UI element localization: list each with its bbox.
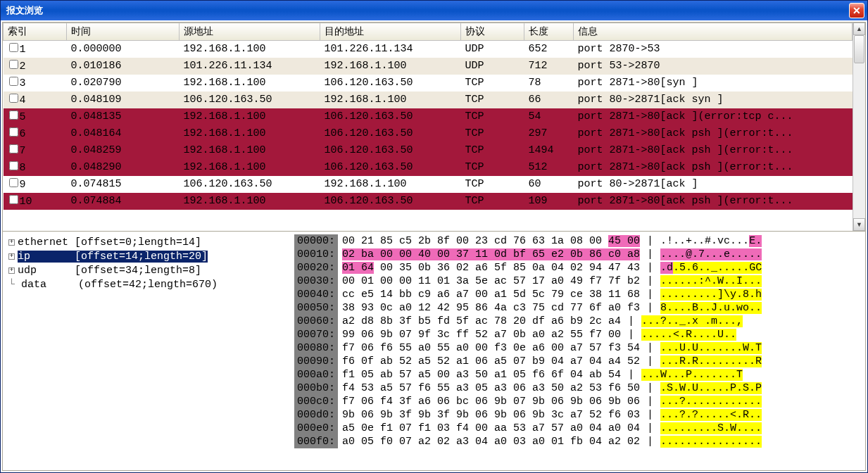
hex-offset: 00070:	[294, 328, 338, 341]
tree-node-data[interactable]: └ data (offset=42;length=670)	[8, 278, 289, 292]
scroll-up-button[interactable]: ▲	[853, 23, 865, 35]
row-checkbox[interactable]	[9, 43, 18, 52]
hex-offset: 00000:	[294, 234, 338, 248]
hex-bytes: f7 06 f4 3f a6 06 bc 06 9b 07 9b 06 9b 0…	[338, 395, 640, 408]
table-row[interactable]: 90.074815106.120.163.50192.168.1.100TCP6…	[4, 176, 853, 193]
scroll-track[interactable]	[853, 35, 865, 218]
cell-time: 0.048164	[67, 125, 180, 142]
hex-offset: 00040:	[294, 288, 338, 301]
scroll-down-button[interactable]: ▼	[853, 218, 865, 231]
table-row[interactable]: 100.074884192.168.1.100106.120.163.50TCP…	[4, 193, 853, 210]
cell-src: 101.226.11.134	[180, 58, 320, 75]
row-checkbox[interactable]	[9, 127, 18, 137]
cell-len: 712	[524, 58, 574, 75]
titlebar[interactable]: 报文浏览 ✕	[1, 1, 867, 20]
col-proto[interactable]: 协议	[461, 23, 524, 41]
row-checkbox-cell: 7	[4, 142, 67, 159]
hex-ascii: .S.W.U.....P.S.P	[660, 381, 762, 395]
content-area: 索引 时间 源地址 目的地址 协议 长度 信息 10.000000192.168…	[1, 20, 867, 472]
row-checkbox[interactable]	[9, 111, 18, 120]
hex-ascii: ...?............	[660, 395, 762, 408]
tree-expand-icon[interactable]: +	[8, 239, 15, 246]
hex-row[interactable]: 00000:00 21 85 c5 2b 8f 00 23 cd 76 63 1…	[294, 234, 865, 248]
col-time[interactable]: 时间	[67, 23, 180, 41]
hex-row[interactable]: 00020:01 64 00 35 0b 36 02 a6 5f 85 0a 0…	[294, 261, 865, 275]
col-src[interactable]: 源地址	[180, 23, 320, 41]
cell-dst: 192.168.1.100	[320, 92, 461, 108]
row-checkbox[interactable]	[9, 195, 18, 204]
hex-row[interactable]: 00070:99 06 9b 07 9f 3c ff 52 a7 0b a0 a…	[294, 328, 865, 341]
cell-src: 192.168.1.100	[180, 108, 320, 125]
hex-row[interactable]: 000a0:f1 05 ab 57 a5 00 a3 50 a1 05 f6 6…	[294, 368, 865, 381]
row-checkbox[interactable]	[9, 60, 18, 69]
cell-proto: TCP	[461, 159, 524, 176]
hex-row[interactable]: 00040:cc e5 14 bb c9 a6 a7 00 a1 5d 5c 7…	[294, 288, 865, 301]
cell-len: 512	[524, 159, 574, 176]
hex-row[interactable]: 000c0:f7 06 f4 3f a6 06 bc 06 9b 07 9b 0…	[294, 395, 865, 408]
hex-bytes: f7 06 f6 55 a0 55 a0 00 f3 0e a6 00 a7 5…	[338, 341, 640, 355]
tree-node-ethernet[interactable]: +ethernet [offset=0;length=14]	[8, 236, 289, 250]
header-row: 索引 时间 源地址 目的地址 协议 长度 信息	[4, 23, 853, 41]
tree-node-ip[interactable]: +ip [offset=14;length=20]	[8, 250, 289, 264]
cell-time: 0.074884	[67, 193, 180, 210]
table-row[interactable]: 80.048290192.168.1.100106.120.163.50TCP5…	[4, 159, 853, 176]
hex-bytes: 01 64 00 35 0b 36 02 a6 5f 85 0a 04 02 9…	[338, 261, 640, 275]
hex-row[interactable]: 000e0:a5 0e f1 07 f1 03 f4 00 aa 53 a7 5…	[294, 422, 865, 435]
cell-proto: UDP	[461, 41, 524, 58]
hex-row[interactable]: 00060:a2 d8 8b 3f b5 fd 5f ac 78 20 df a…	[294, 315, 865, 328]
cell-proto: TCP	[461, 193, 524, 210]
hex-bytes: 00 21 85 c5 2b 8f 00 23 cd 76 63 1a 08 0…	[338, 234, 640, 248]
hex-bytes: f4 53 a5 57 f6 55 a3 05 a3 06 a3 50 a2 5…	[338, 381, 640, 395]
tree-expand-icon[interactable]: +	[8, 267, 15, 274]
table-row[interactable]: 10.000000192.168.1.100101.226.11.134UDP6…	[4, 41, 853, 58]
cell-src: 192.168.1.100	[180, 75, 320, 92]
table-row[interactable]: 20.010186101.226.11.134192.168.1.100UDP7…	[4, 58, 853, 75]
close-button[interactable]: ✕	[849, 3, 864, 18]
cell-time: 0.020790	[67, 75, 180, 92]
hex-separator: |	[640, 381, 660, 395]
hex-row[interactable]: 00050:38 93 0c a0 12 42 95 86 4a c3 75 c…	[294, 301, 865, 315]
hex-row[interactable]: 00030:00 01 00 00 11 01 3a 5e ac 57 17 a…	[294, 275, 865, 288]
protocol-tree-pane: +ethernet [offset=0;length=14]+ip [offse…	[3, 232, 294, 470]
hex-separator: |	[640, 261, 660, 275]
cell-dst: 106.120.163.50	[320, 75, 461, 92]
hex-ascii: ......:^.W..I...	[660, 275, 762, 288]
table-row[interactable]: 30.020790192.168.1.100106.120.163.50TCP7…	[4, 75, 853, 92]
table-row[interactable]: 60.048164192.168.1.100106.120.163.50TCP2…	[4, 125, 853, 142]
hex-offset: 000f0:	[294, 435, 338, 448]
row-checkbox[interactable]	[9, 77, 18, 86]
tree-expand-icon[interactable]: +	[8, 253, 15, 260]
row-checkbox[interactable]	[9, 161, 18, 170]
cell-src: 192.168.1.100	[180, 193, 320, 210]
chevron-down-icon: ▼	[856, 221, 862, 228]
row-checkbox[interactable]	[9, 94, 18, 103]
packet-browser-window: 报文浏览 ✕ 索引 时间 源地址 目的地址 协议 长度 信息	[0, 0, 868, 473]
hex-row[interactable]: 00010:02 ba 00 00 40 00 37 11 0d bf 65 e…	[294, 248, 865, 261]
row-checkbox[interactable]	[9, 144, 18, 153]
table-row[interactable]: 50.048135192.168.1.100106.120.163.50TCP5…	[4, 108, 853, 125]
hex-separator: |	[640, 355, 660, 368]
hex-row[interactable]: 000d0:9b 06 9b 3f 9b 3f 9b 06 9b 06 9b 3…	[294, 408, 865, 422]
table-row[interactable]: 70.048259192.168.1.100106.120.163.50TCP1…	[4, 142, 853, 159]
col-dst[interactable]: 目的地址	[320, 23, 461, 41]
hex-offset: 000e0:	[294, 422, 338, 435]
hex-row[interactable]: 00080:f7 06 f6 55 a0 55 a0 00 f3 0e a6 0…	[294, 341, 865, 355]
cell-len: 652	[524, 41, 574, 58]
col-info[interactable]: 信息	[574, 23, 853, 41]
cell-proto: TCP	[461, 142, 524, 159]
table-row[interactable]: 40.048109106.120.163.50192.168.1.100TCP6…	[4, 92, 853, 108]
cell-dst: 192.168.1.100	[320, 58, 461, 75]
col-index[interactable]: 索引	[4, 23, 67, 41]
hex-bytes: a0 05 f0 07 a2 02 a3 04 a0 03 a0 01 fb 0…	[338, 435, 640, 448]
hex-row[interactable]: 000b0:f4 53 a5 57 f6 55 a3 05 a3 06 a3 5…	[294, 381, 865, 395]
hex-ascii: 8....B..J.u.wo..	[660, 301, 762, 315]
row-checkbox[interactable]	[9, 178, 18, 187]
tree-node-udp[interactable]: +udp [offset=34;length=8]	[8, 264, 289, 278]
hex-row[interactable]: 00090:f6 0f ab 52 a5 52 a1 06 a5 07 b9 0…	[294, 355, 865, 368]
cell-time: 0.074815	[67, 176, 180, 193]
col-len[interactable]: 长度	[524, 23, 574, 41]
scroll-thumb[interactable]	[854, 35, 864, 63]
hex-ascii: .........S.W....	[660, 422, 762, 435]
hex-row[interactable]: 000f0:a0 05 f0 07 a2 02 a3 04 a0 03 a0 0…	[294, 435, 865, 448]
packet-list-scrollbar[interactable]: ▲ ▼	[853, 23, 865, 231]
